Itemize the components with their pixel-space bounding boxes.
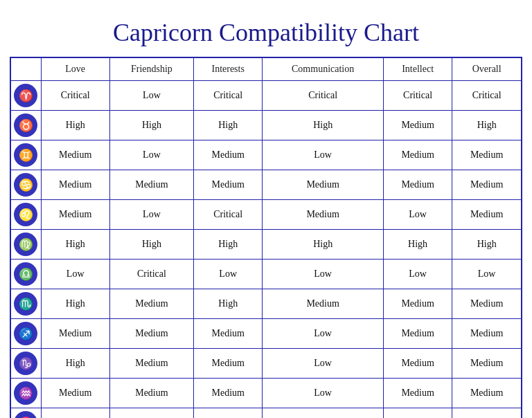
cell-cancer-4: Medium [383, 170, 452, 200]
cell-leo-2: Critical [194, 200, 263, 230]
cell-scorpio-3: Medium [263, 289, 384, 319]
col-communication: Communication [263, 57, 384, 81]
zodiac-cell-scorpio: ♏ [10, 289, 41, 319]
cell-gemini-3: Low [263, 140, 384, 170]
cell-virgo-1: High [109, 230, 193, 260]
scorpio-icon: ♏ [14, 292, 37, 316]
cell-gemini-1: Low [109, 140, 193, 170]
cell-libra-1: Critical [109, 260, 193, 289]
cell-aries-0: Critical [41, 81, 109, 111]
col-intellect: Intellect [383, 57, 452, 81]
zodiac-cell-sagittarius: ♐ [10, 319, 41, 349]
cell-cancer-3: Medium [263, 170, 384, 200]
col-overall: Overall [452, 57, 522, 81]
table-row: ♊MediumLowMediumLowMediumMedium [10, 140, 522, 170]
table-row: ♒MediumMediumMediumLowMediumMedium [10, 379, 522, 408]
cell-libra-4: Low [383, 260, 452, 289]
table-row: ♓HighMediumMediumMediumLowMedium [10, 408, 522, 419]
zodiac-cell-aries: ♈ [10, 81, 41, 111]
zodiac-cell-libra: ♎ [10, 260, 41, 289]
cell-virgo-2: High [194, 230, 263, 260]
cell-libra-0: Low [41, 260, 109, 289]
cell-taurus-1: High [109, 111, 193, 140]
col-friendship: Friendship [109, 57, 193, 81]
cell-aquarius-2: Medium [194, 379, 263, 408]
zodiac-cell-leo: ♌ [10, 200, 41, 230]
table-row: ♑HighMediumMediumLowMediumMedium [10, 349, 522, 379]
col-icon [10, 57, 41, 81]
cell-taurus-5: High [452, 111, 522, 140]
cell-aries-3: Critical [263, 81, 384, 111]
compatibility-table: Love Friendship Interests Communication … [10, 57, 522, 418]
cell-sagittarius-0: Medium [41, 319, 109, 349]
cell-scorpio-1: Medium [109, 289, 193, 319]
cell-aries-1: Low [109, 81, 193, 111]
zodiac-cell-virgo: ♍ [10, 230, 41, 260]
cell-leo-0: Medium [41, 200, 109, 230]
cell-sagittarius-5: Medium [452, 319, 522, 349]
zodiac-cell-pisces: ♓ [10, 408, 41, 419]
cell-gemini-5: Medium [452, 140, 522, 170]
pisces-icon: ♓ [14, 411, 37, 418]
table-row: ♉HighHighHighHighMediumHigh [10, 111, 522, 140]
table-row: ♋MediumMediumMediumMediumMediumMedium [10, 170, 522, 200]
cell-pisces-1: Medium [109, 408, 193, 419]
cell-pisces-2: Medium [194, 408, 263, 419]
cell-libra-5: Low [452, 260, 522, 289]
col-love: Love [41, 57, 109, 81]
cell-taurus-2: High [194, 111, 263, 140]
table-row: ♈CriticalLowCriticalCriticalCriticalCrit… [10, 81, 522, 111]
cell-libra-2: Low [194, 260, 263, 289]
cell-aries-2: Critical [194, 81, 263, 111]
zodiac-cell-cancer: ♋ [10, 170, 41, 200]
zodiac-cell-aquarius: ♒ [10, 379, 41, 408]
cell-virgo-0: High [41, 230, 109, 260]
cell-capricorn-1: Medium [109, 349, 193, 379]
zodiac-cell-gemini: ♊ [10, 140, 41, 170]
cell-sagittarius-1: Medium [109, 319, 193, 349]
cell-cancer-1: Medium [109, 170, 193, 200]
cell-taurus-3: High [263, 111, 384, 140]
table-row: ♍HighHighHighHighHighHigh [10, 230, 522, 260]
leo-icon: ♌ [14, 203, 37, 226]
cell-scorpio-2: High [194, 289, 263, 319]
aquarius-icon: ♒ [14, 381, 37, 405]
cell-capricorn-2: Medium [194, 349, 263, 379]
cell-scorpio-4: Medium [383, 289, 452, 319]
cell-scorpio-0: High [41, 289, 109, 319]
cell-cancer-5: Medium [452, 170, 522, 200]
cell-aquarius-1: Medium [109, 379, 193, 408]
cell-capricorn-5: Medium [452, 349, 522, 379]
libra-icon: ♎ [14, 262, 37, 286]
cell-aquarius-5: Medium [452, 379, 522, 408]
cell-libra-3: Low [263, 260, 384, 289]
cancer-icon: ♋ [14, 173, 37, 197]
capricorn-icon: ♑ [14, 352, 37, 375]
table-row: ♌MediumLowCriticalMediumLowMedium [10, 200, 522, 230]
cell-leo-5: Medium [452, 200, 522, 230]
cell-taurus-0: High [41, 111, 109, 140]
cell-sagittarius-3: Low [263, 319, 384, 349]
col-interests: Interests [194, 57, 263, 81]
cell-taurus-4: Medium [383, 111, 452, 140]
sagittarius-icon: ♐ [14, 322, 37, 345]
cell-sagittarius-4: Medium [383, 319, 452, 349]
virgo-icon: ♍ [14, 233, 37, 256]
cell-capricorn-3: Low [263, 349, 384, 379]
cell-aquarius-0: Medium [41, 379, 109, 408]
cell-aries-5: Critical [452, 81, 522, 111]
cell-virgo-5: High [452, 230, 522, 260]
cell-pisces-0: High [41, 408, 109, 419]
page-title: Capricorn Compatibility Chart [10, 18, 522, 47]
cell-pisces-4: Low [383, 408, 452, 419]
cell-aries-4: Critical [383, 81, 452, 111]
taurus-icon: ♉ [14, 113, 37, 137]
table-row: ♏HighMediumHighMediumMediumMedium [10, 289, 522, 319]
cell-virgo-4: High [383, 230, 452, 260]
cell-sagittarius-2: Medium [194, 319, 263, 349]
cell-pisces-5: Medium [452, 408, 522, 419]
zodiac-cell-capricorn: ♑ [10, 349, 41, 379]
cell-capricorn-0: High [41, 349, 109, 379]
table-row: ♐MediumMediumMediumLowMediumMedium [10, 319, 522, 349]
table-header-row: Love Friendship Interests Communication … [10, 57, 522, 81]
